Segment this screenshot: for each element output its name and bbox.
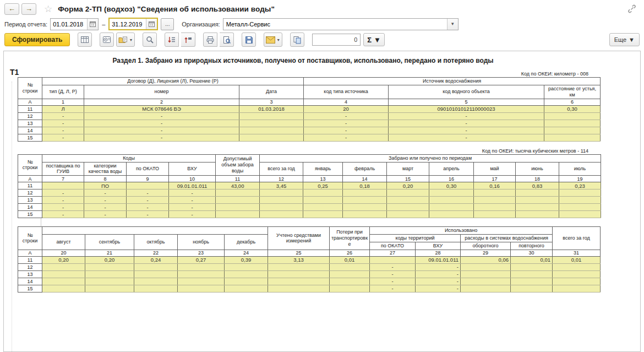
row-number-cell[interactable]: 15 bbox=[18, 211, 42, 218]
data-cell[interactable] bbox=[239, 127, 304, 134]
data-cell[interactable]: 15 bbox=[387, 176, 429, 182]
data-cell[interactable] bbox=[429, 204, 474, 211]
data-cell[interactable]: 10 bbox=[169, 176, 216, 182]
data-cell[interactable] bbox=[474, 189, 516, 197]
data-cell[interactable] bbox=[134, 270, 178, 278]
data-cell[interactable] bbox=[429, 189, 474, 197]
data-cell[interactable]: 3,13 bbox=[268, 256, 330, 263]
data-cell[interactable] bbox=[42, 278, 85, 285]
data-cell[interactable] bbox=[260, 211, 303, 218]
data-cell[interactable] bbox=[544, 112, 601, 120]
row-number-cell[interactable]: 11 bbox=[18, 256, 42, 263]
data-cell[interactable] bbox=[239, 112, 304, 120]
data-cell[interactable]: - bbox=[416, 285, 461, 292]
data-cell[interactable]: - bbox=[42, 134, 84, 141]
data-cell[interactable] bbox=[85, 270, 134, 278]
data-cell[interactable]: - bbox=[42, 211, 84, 218]
data-cell[interactable]: 28 bbox=[416, 250, 461, 256]
period-to-input[interactable] bbox=[110, 19, 146, 29]
data-cell[interactable] bbox=[553, 263, 601, 270]
data-cell[interactable]: 13 bbox=[303, 176, 343, 182]
data-cell[interactable] bbox=[516, 204, 559, 211]
data-cell[interactable] bbox=[511, 285, 553, 292]
data-cell[interactable] bbox=[559, 197, 601, 204]
data-cell[interactable]: 27 bbox=[370, 250, 416, 256]
print-button[interactable] bbox=[203, 33, 217, 47]
data-cell[interactable]: МСК 078646 ВЭ bbox=[84, 105, 239, 112]
row-number-cell[interactable]: 12 bbox=[18, 189, 42, 197]
data-cell[interactable] bbox=[303, 204, 343, 211]
data-cell[interactable]: - bbox=[84, 204, 127, 211]
data-cell[interactable]: - bbox=[169, 189, 216, 197]
data-cell[interactable] bbox=[42, 285, 85, 292]
data-cell[interactable]: 19 bbox=[559, 176, 601, 182]
link-icon[interactable] bbox=[627, 4, 636, 13]
data-cell[interactable]: - bbox=[304, 127, 389, 134]
data-cell[interactable]: 21 bbox=[85, 250, 134, 256]
data-cell[interactable] bbox=[553, 285, 601, 292]
row-number-cell[interactable]: А bbox=[18, 250, 42, 256]
data-cell[interactable]: - bbox=[127, 204, 169, 211]
autosum-button[interactable]: Σ ▼ bbox=[363, 33, 385, 46]
row-number-cell[interactable]: 12 bbox=[18, 263, 42, 270]
data-cell[interactable] bbox=[511, 263, 553, 270]
save-button[interactable] bbox=[242, 33, 256, 47]
data-cell[interactable]: 01.03.2018 bbox=[239, 105, 304, 112]
data-cell[interactable] bbox=[303, 197, 343, 204]
data-cell[interactable]: 5 bbox=[389, 99, 544, 105]
data-cell[interactable] bbox=[370, 256, 416, 263]
row-number-cell[interactable]: 12 bbox=[18, 112, 42, 120]
data-cell[interactable]: - bbox=[370, 278, 416, 285]
more-button[interactable]: Еще ▼ bbox=[609, 33, 640, 46]
autosum-value-field[interactable] bbox=[312, 34, 361, 46]
period-from-calendar-button[interactable] bbox=[87, 19, 98, 30]
data-cell[interactable]: - bbox=[304, 134, 389, 141]
data-cell[interactable] bbox=[216, 197, 260, 204]
data-cell[interactable]: 0,83 bbox=[516, 182, 559, 189]
data-cell[interactable] bbox=[387, 204, 429, 211]
data-cell[interactable] bbox=[225, 278, 268, 285]
data-cell[interactable]: 0,20 bbox=[387, 182, 429, 189]
data-cell[interactable]: - bbox=[169, 197, 216, 204]
data-cell[interactable]: - bbox=[389, 112, 544, 120]
data-cell[interactable]: - bbox=[370, 263, 416, 270]
data-cell[interactable]: - bbox=[169, 204, 216, 211]
data-cell[interactable]: 8 bbox=[84, 176, 127, 182]
data-cell[interactable]: 0,20 bbox=[42, 256, 85, 263]
data-cell[interactable] bbox=[134, 263, 178, 270]
data-cell[interactable]: 11 bbox=[216, 176, 260, 182]
data-cell[interactable]: 29 bbox=[461, 250, 511, 256]
data-cell[interactable]: - bbox=[416, 278, 461, 285]
organization-dropdown-button[interactable]: ▼ bbox=[447, 19, 458, 30]
data-cell[interactable]: 25 bbox=[268, 250, 330, 256]
data-cell[interactable]: 20 bbox=[304, 105, 389, 112]
data-cell[interactable] bbox=[85, 263, 134, 270]
row-number-cell[interactable]: А bbox=[18, 176, 42, 182]
data-cell[interactable] bbox=[474, 211, 516, 218]
data-cell[interactable] bbox=[216, 211, 260, 218]
data-cell[interactable]: 0,30 bbox=[429, 182, 474, 189]
organization-input[interactable] bbox=[223, 19, 447, 30]
data-cell[interactable]: 0,01 bbox=[511, 256, 553, 263]
data-cell[interactable]: 7 bbox=[42, 176, 84, 182]
data-cell[interactable] bbox=[134, 278, 178, 285]
data-cell[interactable]: 14 bbox=[343, 176, 387, 182]
data-cell[interactable]: - bbox=[127, 189, 169, 197]
data-cell[interactable]: 24 bbox=[225, 250, 268, 256]
data-cell[interactable]: 22 bbox=[134, 250, 178, 256]
data-cell[interactable]: - bbox=[416, 270, 461, 278]
data-cell[interactable]: - bbox=[370, 270, 416, 278]
data-cell[interactable] bbox=[559, 189, 601, 197]
data-cell[interactable] bbox=[461, 285, 511, 292]
row-number-cell[interactable]: 13 bbox=[18, 197, 42, 204]
data-cell[interactable] bbox=[42, 270, 85, 278]
data-cell[interactable]: 0,01 bbox=[330, 256, 370, 263]
data-cell[interactable] bbox=[474, 197, 516, 204]
data-cell[interactable]: - bbox=[42, 120, 84, 127]
data-cell[interactable]: Л bbox=[42, 105, 84, 112]
row-number-cell[interactable]: 11 bbox=[18, 182, 42, 189]
data-cell[interactable]: 0,01 bbox=[553, 256, 601, 263]
data-cell[interactable] bbox=[387, 211, 429, 218]
data-cell[interactable]: 3 bbox=[239, 99, 304, 105]
row-number-cell[interactable]: 14 bbox=[18, 278, 42, 285]
